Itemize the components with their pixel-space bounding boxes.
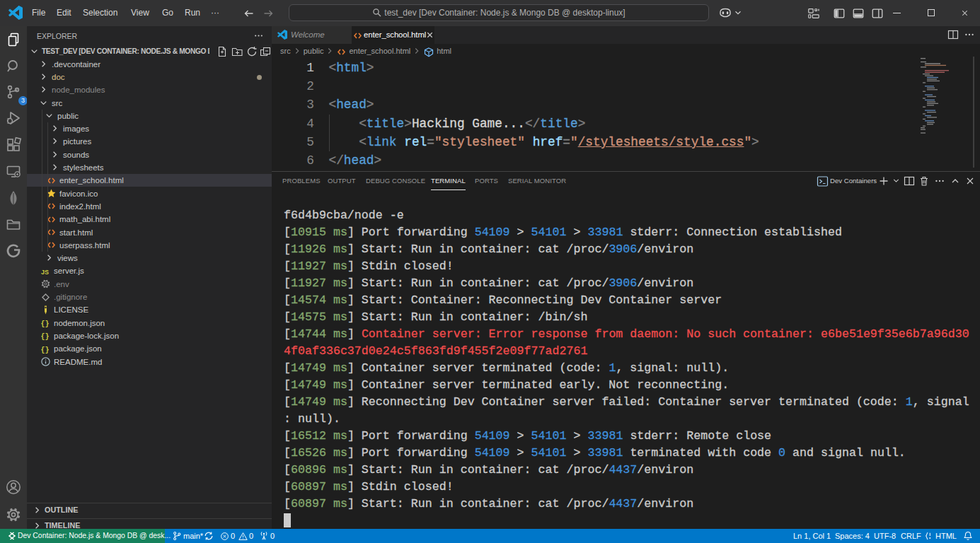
svg-text:{}: {}	[41, 333, 50, 341]
svg-text:{}: {}	[41, 346, 50, 354]
svg-text:{}: {}	[41, 320, 50, 328]
svg-text:JS: JS	[41, 268, 49, 275]
